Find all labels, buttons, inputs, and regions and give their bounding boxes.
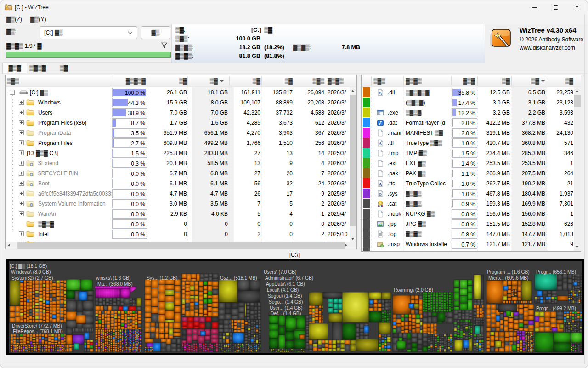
svg-text:DriverStore\ (772.7 MB): DriverStore\ (772.7 MB) [12,323,62,328]
svg-text:Administrator\ (6.7 GB): Administrator\ (6.7 GB) [265,276,313,281]
svg-text:Roaming\ (2.0 GB): Roaming\ (2.0 GB) [394,288,433,293]
svg-text:System32\ (2.7 GB): System32\ (2.7 GB) [11,276,53,281]
svg-text:Ma... (368.0 MB): Ma... (368.0 MB) [97,282,133,287]
svg-text:Progr... (499.2 MB): Progr... (499.2 MB) [536,306,576,311]
svg-text:Sogou\ (1.4 GB): Sogou\ (1.4 GB) [268,293,302,299]
svg-text:Sogo... (1.4 GB): Sogo... (1.4 GB) [269,299,303,305]
svg-text:Sys... (1.2 GB): Sys... (1.2 GB) [147,276,178,281]
svg-text:User... (1.4 GB): User... (1.4 GB) [270,305,303,310]
svg-text:Windows\ (8.0 GB): Windows\ (8.0 GB) [11,270,51,275]
svg-text:[C:] ▓▒ (18.1 GB): [C:] ▓▒ (18.1 GB) [10,264,47,269]
svg-text:Users\ (7.0 GB): Users\ (7.0 GB) [264,270,297,275]
svg-text:FileRepos... (768.1 MB): FileRepos... (768.1 MB) [13,329,63,334]
svg-text:Gsz... (518.1 MB): Gsz... (518.1 MB) [220,276,257,281]
svg-text:A: A [379,142,382,146]
svg-text:Program ... (1.6 GB): Program ... (1.6 GB) [487,270,530,275]
svg-text:A: A [379,182,382,187]
svg-text:Def... (1.4 GB): Def... (1.4 GB) [271,311,301,316]
svg-text:winsxs\ (1.6 GB): winsxs\ (1.6 GB) [96,276,131,281]
svg-text:Progr... (656.1 MB): Progr... (656.1 MB) [536,270,576,275]
svg-text:Micro... (609.6 MB): Micro... (609.6 MB) [488,276,529,281]
svg-text:Local\ (4.1 GB): Local\ (4.1 GB) [267,288,299,293]
svg-text:AppData\ (6.1 GB): AppData\ (6.1 GB) [266,282,305,287]
